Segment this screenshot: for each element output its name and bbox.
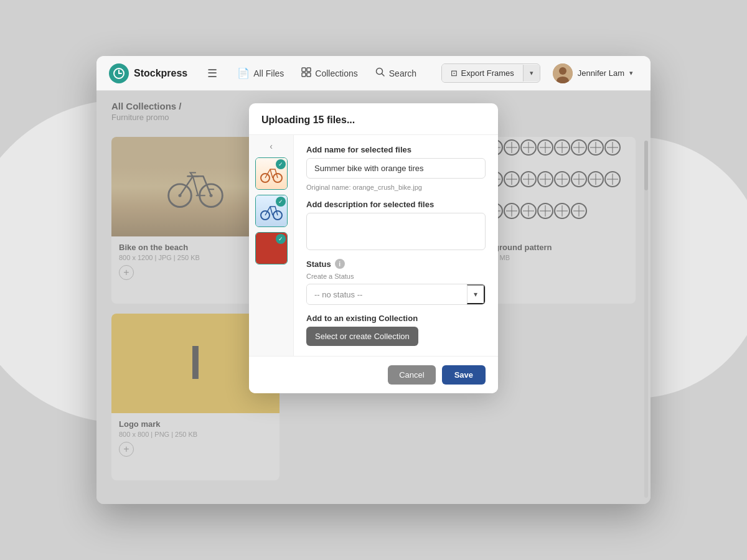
select-collection-button[interactable]: Select or create Collection xyxy=(306,327,418,346)
modal-form: Add name for selected files Original nam… xyxy=(294,135,498,356)
app-window: Stockpress ☰ 📄 All Files Collections xyxy=(96,56,651,504)
export-icon: ⊡ xyxy=(451,68,458,78)
collections-icon xyxy=(301,67,311,80)
svg-point-8 xyxy=(559,67,566,75)
status-label-row: Status i xyxy=(306,259,486,269)
description-label: Add description for selected files xyxy=(306,200,486,209)
modal-overlay: Uploading 15 files... ‹ xyxy=(96,91,651,504)
svg-rect-2 xyxy=(307,68,311,72)
cancel-button[interactable]: Cancel xyxy=(388,365,435,385)
svg-rect-4 xyxy=(307,73,311,77)
form-group-status: Status i Create a Status -- no status --… xyxy=(306,259,486,305)
content-area: All Collections / Furniture promo xyxy=(96,91,651,504)
nav-items: ☰ 📄 All Files Collections xyxy=(202,63,441,84)
status-dropdown-value: -- no status -- xyxy=(307,286,467,304)
collection-label: Add to an existing Collection xyxy=(306,314,486,323)
name-label: Add name for selected files xyxy=(306,145,486,154)
status-dropdown[interactable]: -- no status -- ▾ xyxy=(306,284,486,305)
modal-thumbs-sidebar: ‹ ✓ xyxy=(249,135,294,356)
export-frames-btn[interactable]: ⊡ Export Frames ▾ xyxy=(441,63,540,83)
user-area[interactable]: Jennifer Lam ▾ xyxy=(548,61,638,86)
thumb-check-2: ✓ xyxy=(276,197,286,207)
description-input[interactable] xyxy=(306,213,486,250)
form-group-collection: Add to an existing Collection Select or … xyxy=(306,314,486,346)
save-button[interactable]: Save xyxy=(442,365,486,385)
logo-area: Stockpress xyxy=(109,63,187,83)
form-group-name: Add name for selected files Original nam… xyxy=(306,145,486,191)
modal-body: ‹ ✓ xyxy=(249,135,498,356)
modal-thumb-3[interactable]: ✓ xyxy=(255,232,288,264)
nav-item-collections[interactable]: Collections xyxy=(294,63,365,83)
title-bar: Stockpress ☰ 📄 All Files Collections xyxy=(96,56,651,91)
app-logo-icon xyxy=(109,63,129,83)
nav-item-all-files[interactable]: 📄 All Files xyxy=(230,63,291,83)
export-frames-main[interactable]: ⊡ Export Frames xyxy=(442,64,523,82)
modal-thumb-nav-prev[interactable]: ‹ xyxy=(268,140,274,152)
user-name: Jennifer Lam xyxy=(578,68,624,78)
svg-rect-1 xyxy=(302,68,306,72)
thumb-check-3: ✓ xyxy=(276,234,286,244)
status-label: Status xyxy=(306,259,331,269)
hamburger-button[interactable]: ☰ xyxy=(202,63,222,84)
form-group-description: Add description for selected files xyxy=(306,200,486,250)
modal-thumb-1[interactable]: ✓ xyxy=(255,157,288,190)
modal-header: Uploading 15 files... xyxy=(249,103,498,135)
user-chevron-icon: ▾ xyxy=(629,69,633,77)
svg-rect-3 xyxy=(302,73,306,77)
original-name-text: Original name: orange_crush_bike.jpg xyxy=(306,184,486,191)
nav-item-search[interactable]: Search xyxy=(368,63,424,83)
modal-thumb-2[interactable]: ✓ xyxy=(255,195,288,227)
svg-line-6 xyxy=(382,73,384,76)
name-input[interactable] xyxy=(306,158,486,179)
export-frames-dropdown[interactable]: ▾ xyxy=(523,65,540,82)
file-icon: 📄 xyxy=(237,67,250,79)
modal-title: Uploading 15 files... xyxy=(261,114,486,126)
status-dropdown-arrow[interactable]: ▾ xyxy=(467,284,485,304)
upload-modal: Uploading 15 files... ‹ xyxy=(249,103,498,393)
status-create-text: Create a Status xyxy=(306,273,486,280)
thumb-check-1: ✓ xyxy=(276,159,286,169)
modal-footer: Cancel Save xyxy=(249,356,498,393)
search-nav-icon xyxy=(375,67,385,80)
app-name: Stockpress xyxy=(134,68,187,79)
user-avatar xyxy=(553,63,573,83)
status-info-icon: i xyxy=(335,259,345,269)
header-right: ⊡ Export Frames ▾ Jennifer Lam ▾ xyxy=(441,61,638,86)
